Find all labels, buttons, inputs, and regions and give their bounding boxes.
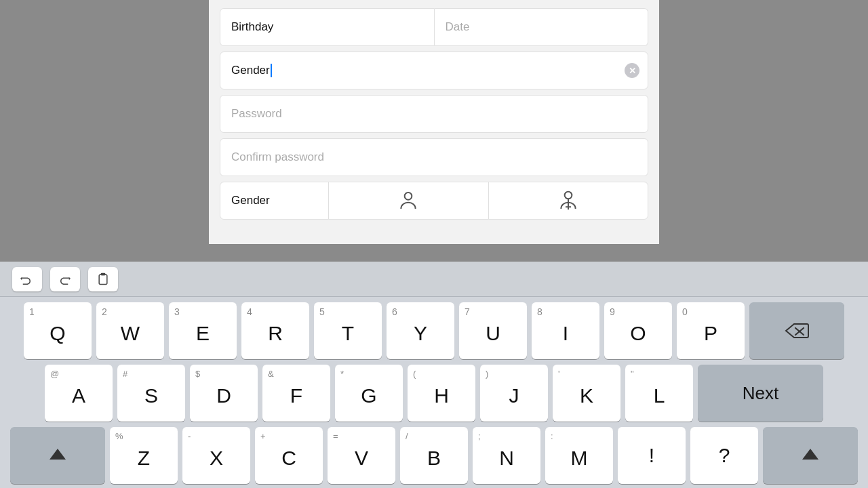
gender-picker-label: Gender (220, 182, 329, 219)
shift-left-key[interactable] (10, 427, 105, 484)
key-question[interactable]: ? (690, 427, 758, 484)
key-w[interactable]: 2 W (96, 302, 164, 359)
gender-picker-row: Gender (220, 182, 648, 220)
birthday-date-field[interactable]: Date (435, 8, 649, 46)
redo-icon (58, 272, 72, 286)
paste-button[interactable] (88, 267, 118, 291)
key-p[interactable]: 0 P (677, 302, 745, 359)
gender-input-container: Gender ✕ (209, 52, 659, 89)
key-row-3: % Z - X + C = V / B ; N (3, 427, 865, 484)
redo-button[interactable] (50, 267, 80, 291)
key-g[interactable]: * G (335, 365, 403, 422)
female-icon (557, 190, 579, 211)
paste-icon (96, 272, 110, 286)
keyboard: 1 Q 2 W 3 E 4 R 5 T 6 Y (0, 262, 868, 488)
undo-button[interactable] (12, 267, 42, 291)
key-k[interactable]: ' K (553, 365, 620, 422)
backspace-icon (785, 321, 809, 340)
confirm-password-placeholder: Confirm password (231, 150, 324, 164)
svg-marker-10 (802, 449, 818, 460)
key-b[interactable]: / B (400, 427, 468, 484)
svg-rect-6 (101, 272, 106, 274)
shift-right-icon (800, 445, 821, 466)
key-o[interactable]: 9 O (604, 302, 672, 359)
key-h[interactable]: ( H (408, 365, 475, 422)
backspace-key[interactable] (749, 302, 844, 359)
key-exclaim[interactable]: ! (618, 427, 686, 484)
shift-left-icon (47, 445, 68, 466)
gender-option-female[interactable] (489, 182, 648, 219)
confirm-password-input-container: Confirm password (209, 138, 659, 176)
key-c[interactable]: + C (255, 427, 323, 484)
key-j[interactable]: ) J (480, 365, 548, 422)
birthday-label: Birthday (231, 20, 273, 34)
keyboard-toolbar (0, 262, 868, 297)
key-t[interactable]: 5 T (314, 302, 382, 359)
birthday-date-placeholder: Date (446, 20, 470, 34)
key-v[interactable]: = V (328, 427, 395, 484)
gender-value: Gender (231, 64, 270, 77)
key-a[interactable]: @ A (45, 365, 113, 422)
confirm-password-input[interactable]: Confirm password (220, 138, 648, 176)
svg-rect-5 (99, 274, 107, 284)
gender-input[interactable]: Gender ✕ (220, 52, 648, 89)
birthday-label-field[interactable]: Birthday (220, 8, 435, 46)
key-l[interactable]: " L (625, 365, 693, 422)
key-row-1: 1 Q 2 W 3 E 4 R 5 T 6 Y (3, 302, 865, 359)
password-placeholder: Password (231, 107, 282, 121)
key-m[interactable]: : M (545, 427, 613, 484)
shift-right-key[interactable] (763, 427, 858, 484)
key-row-2: @ A # S $ D & F * G ( H (3, 365, 865, 422)
password-input-container: Password (209, 95, 659, 133)
svg-marker-9 (50, 449, 66, 460)
key-e[interactable]: 3 E (169, 302, 237, 359)
undo-icon (20, 272, 34, 286)
svg-point-0 (405, 192, 412, 200)
key-i[interactable]: 8 I (532, 302, 599, 359)
clear-icon[interactable]: ✕ (625, 63, 639, 78)
key-z[interactable]: % Z (110, 427, 178, 484)
male-icon (397, 190, 419, 211)
key-d[interactable]: $ D (190, 365, 258, 422)
key-r[interactable]: 4 R (241, 302, 309, 359)
password-input[interactable]: Password (220, 95, 648, 133)
key-s[interactable]: # S (117, 365, 185, 422)
svg-point-1 (564, 192, 572, 199)
key-f[interactable]: & F (262, 365, 330, 422)
key-x[interactable]: - X (182, 427, 250, 484)
text-cursor (271, 64, 272, 77)
keyboard-rows: 1 Q 2 W 3 E 4 R 5 T 6 Y (0, 297, 868, 488)
key-n[interactable]: ; N (473, 427, 540, 484)
birthday-row: Birthday Date (220, 8, 648, 46)
gender-option-male[interactable] (329, 182, 489, 219)
next-button[interactable]: Next (698, 365, 823, 422)
key-y[interactable]: 6 Y (387, 302, 454, 359)
form-container: Birthday Date Gender ✕ Password Confirm … (209, 0, 659, 244)
key-q[interactable]: 1 Q (24, 302, 92, 359)
key-u[interactable]: 7 U (459, 302, 527, 359)
